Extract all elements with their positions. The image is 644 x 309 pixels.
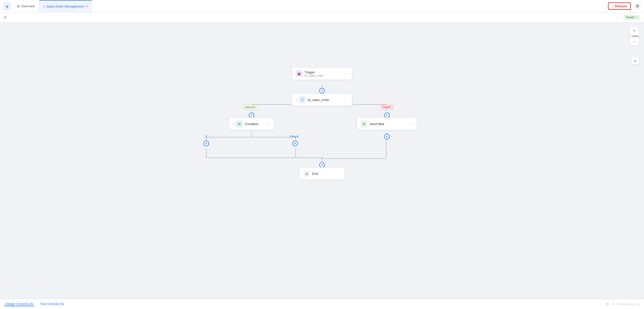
bottom-right-controls: ⊡ ⤢ CSDN @Seele_19 [606,302,640,306]
design-console-tab[interactable]: Design Console (0) [4,302,34,306]
test-console-tab[interactable]: Test Console (0) [39,302,65,306]
zoom-controls: + ≈ 100% − [630,27,639,45]
watermark-text: CSDN @Seele_19 [617,303,640,306]
condition-node-icon: ⇄ [236,120,243,127]
add-approve-branch[interactable]: + [249,113,254,118]
end-node-icon: ◎ [303,170,310,177]
afsales-chevron[interactable]: ∨ [296,98,298,101]
end-node[interactable]: ◎ End [299,167,345,180]
sendmail-node[interactable]: ✉ Send Mail ··· [357,118,417,130]
settings-icon: ⚙ [636,4,639,9]
approve-branch-label: Approve [243,105,258,109]
add-if-branch[interactable]: + [204,141,209,146]
app-logo: ◈ [3,2,11,10]
trigger-node-label: Trigger [305,70,342,74]
afsales-node-label: af_sales_order [308,98,342,102]
trigger-node-menu[interactable]: ··· [344,71,348,76]
add-default-branch[interactable]: + [292,141,298,146]
condition-node-label: Condition [245,122,264,126]
afsales-node-icon: ⬡ [299,96,306,103]
add-between-trigger-afsales[interactable]: + [319,88,325,93]
toolbar: 🗑 Saved ✓ [0,13,644,22]
flow-lines [0,22,644,299]
default-branch-label: Default [288,134,301,138]
zoom-out-button[interactable]: − [630,38,638,45]
header: ◈ ⊞ Overview » Salse Order Management ✕ … [0,0,644,13]
bottom-icon-2[interactable]: ⤢ [611,302,614,306]
tab-overview[interactable]: ⊞ Overview [14,0,38,12]
release-button[interactable]: ↑ Release [608,3,631,10]
trigger-node-sublabel: fm_sales_order [305,74,342,77]
afsales-node[interactable]: ∨ ⬡ af_sales_order ··· [292,93,352,106]
saved-check-icon: ✓ [635,16,638,19]
saved-label: Saved [626,16,634,19]
reject-branch-label: Reject [381,105,393,109]
bottom-bar: Design Console (0) Test Console (0) ⊡ ⤢ … [0,299,644,309]
condition-chevron[interactable]: ∨ [233,122,235,126]
condition-node-menu[interactable]: ··· [266,122,270,126]
collapse-icon: « [634,59,636,63]
sendmail-node-menu[interactable]: ··· [409,122,413,126]
canvas: + ≈ 100% − « [0,22,644,299]
bottom-tabs: Design Console (0) Test Console (0) [4,302,65,306]
add-merge-below[interactable]: + [319,162,325,168]
zoom-level: ≈ 100% [630,34,639,38]
sales-tab-close[interactable]: ✕ [86,5,88,8]
saved-badge: Saved ✓ [623,15,640,20]
release-icon: ↑ [612,4,614,8]
sales-tab-icon: » [43,5,45,8]
collapse-panel-button[interactable]: « [631,57,639,64]
sendmail-node-icon: ✉ [360,120,368,127]
tab-sales-order[interactable]: » Salse Order Management ✕ [39,0,92,12]
end-node-label: End [312,172,341,176]
trigger-node-icon: ▦ [296,70,303,77]
settings-button[interactable]: ⚙ [634,3,641,10]
sales-tab-label: Salse Order Management [46,5,84,8]
bottom-icon-1[interactable]: ⊡ [606,302,609,306]
release-label: Release [615,4,627,8]
add-sendmail-below[interactable]: + [384,134,390,139]
zoom-in-button[interactable]: + [630,27,638,34]
add-reject-branch[interactable]: + [384,113,390,118]
trash-button[interactable]: 🗑 [4,15,7,19]
if-branch-label: If [204,134,209,138]
overview-tab-label: Overview [21,4,35,8]
afsales-node-menu[interactable]: ··· [344,97,348,102]
overview-tab-icon: ⊞ [17,5,20,8]
sendmail-node-label: Send Mail [370,122,407,126]
condition-node[interactable]: ∨ ⇄ Condition ··· [229,118,274,130]
trigger-node[interactable]: ▦ Trigger fm_sales_order ··· [292,67,352,80]
